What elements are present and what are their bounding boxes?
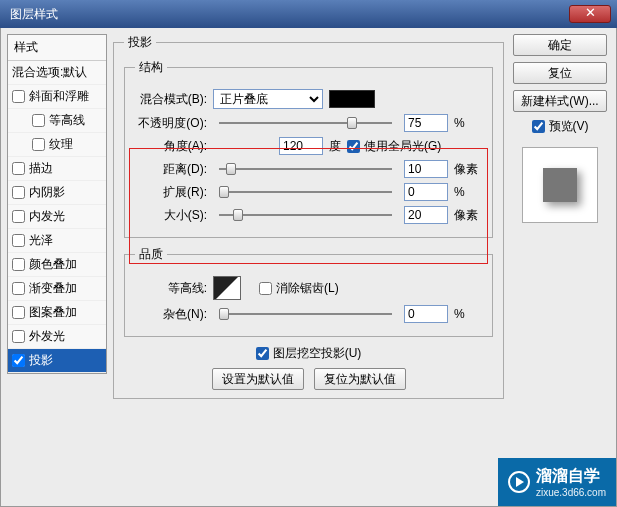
blend-mode-label: 混合模式(B): [135,91,207,108]
noise-row: 杂色(N): % [135,305,482,323]
blend-mode-select[interactable]: 正片叠底 [213,89,323,109]
style-item-11[interactable]: 投影 [8,349,106,373]
style-item-label: 渐变叠加 [29,280,77,297]
noise-label: 杂色(N): [135,306,207,323]
style-item-checkbox[interactable] [32,114,45,127]
style-item-label: 描边 [29,160,53,177]
knockout-input[interactable] [256,347,269,360]
shadow-color-swatch[interactable] [329,90,375,108]
style-item-checkbox[interactable] [12,258,25,271]
size-slider[interactable] [213,214,398,216]
style-item-checkbox[interactable] [12,210,25,223]
highlight-box [129,148,488,264]
blend-mode-row: 混合模式(B): 正片叠底 [135,89,482,109]
reset-default-button[interactable]: 复位为默认值 [314,368,406,390]
reset-button[interactable]: 复位 [513,62,607,84]
structure-legend: 结构 [135,59,167,76]
default-buttons-row: 设置为默认值 复位为默认值 [124,368,493,390]
section-fieldset: 投影 结构 混合模式(B): 正片叠底 不透明度(O): % [113,34,504,399]
style-item-label: 投影 [29,352,53,369]
watermark-text: 溜溜自学 zixue.3d66.com [536,466,606,498]
style-item-7[interactable]: 颜色叠加 [8,253,106,277]
watermark-brand: 溜溜自学 [536,466,606,487]
contour-row: 等高线: 消除锯齿(L) [135,276,482,300]
style-item-6[interactable]: 光泽 [8,229,106,253]
style-item-label: 斜面和浮雕 [29,88,89,105]
noise-slider[interactable] [213,313,398,315]
main-column: 投影 结构 混合模式(B): 正片叠底 不透明度(O): % [113,34,504,500]
blend-defaults-row[interactable]: 混合选项:默认 [8,61,106,85]
new-style-button[interactable]: 新建样式(W)... [513,90,607,112]
spread-slider[interactable] [213,191,398,193]
style-item-checkbox[interactable] [12,90,25,103]
style-item-label: 内发光 [29,208,65,225]
window-title: 图层样式 [6,6,569,23]
contour-label: 等高线: [135,280,207,297]
style-item-label: 颜色叠加 [29,256,77,273]
close-button[interactable]: ✕ [569,5,611,23]
right-column: 确定 复位 新建样式(W)... 预览(V) [510,34,610,500]
style-item-checkbox[interactable] [12,186,25,199]
watermark-url: zixue.3d66.com [536,487,606,498]
style-item-checkbox[interactable] [12,330,25,343]
style-item-checkbox[interactable] [12,354,25,367]
noise-input[interactable] [404,305,448,323]
style-item-label: 外发光 [29,328,65,345]
style-item-10[interactable]: 外发光 [8,325,106,349]
styles-column: 样式 混合选项:默认 斜面和浮雕等高线纹理描边内阴影内发光光泽颜色叠加渐变叠加图… [7,34,107,500]
opacity-slider[interactable] [213,122,398,124]
style-item-checkbox[interactable] [12,162,25,175]
style-item-0[interactable]: 斜面和浮雕 [8,85,106,109]
style-item-5[interactable]: 内发光 [8,205,106,229]
contour-picker[interactable] [213,276,241,300]
antialias-checkbox[interactable]: 消除锯齿(L) [259,280,339,297]
preview-label: 预览(V) [549,118,589,135]
set-default-button[interactable]: 设置为默认值 [212,368,304,390]
opacity-unit: % [454,116,482,130]
style-item-2[interactable]: 纹理 [8,133,106,157]
preview-box [522,147,598,223]
style-item-4[interactable]: 内阴影 [8,181,106,205]
ok-button[interactable]: 确定 [513,34,607,56]
structure-fieldset: 结构 混合模式(B): 正片叠底 不透明度(O): % [124,59,493,238]
section-legend: 投影 [124,34,156,51]
style-item-checkbox[interactable] [12,306,25,319]
knockout-row: 图层挖空投影(U) [124,345,493,362]
preview-checkbox[interactable]: 预览(V) [532,118,589,135]
antialias-input[interactable] [259,282,272,295]
preview-swatch [543,168,577,202]
style-item-label: 内阴影 [29,184,65,201]
watermark: 溜溜自学 zixue.3d66.com [498,458,616,506]
blend-defaults-label: 混合选项:默认 [12,64,87,81]
style-item-label: 纹理 [49,136,73,153]
opacity-input[interactable] [404,114,448,132]
distance-slider[interactable] [213,168,398,170]
styles-list: 样式 混合选项:默认 斜面和浮雕等高线纹理描边内阴影内发光光泽颜色叠加渐变叠加图… [7,34,107,374]
style-item-3[interactable]: 描边 [8,157,106,181]
dialog-content: 样式 混合选项:默认 斜面和浮雕等高线纹理描边内阴影内发光光泽颜色叠加渐变叠加图… [0,28,617,507]
antialias-label: 消除锯齿(L) [276,280,339,297]
preview-input[interactable] [532,120,545,133]
style-item-checkbox[interactable] [32,138,45,151]
watermark-logo-icon [508,471,530,493]
opacity-row: 不透明度(O): % [135,114,482,132]
knockout-checkbox[interactable]: 图层挖空投影(U) [256,345,362,362]
style-item-checkbox[interactable] [12,282,25,295]
noise-unit: % [454,307,482,321]
style-item-1[interactable]: 等高线 [8,109,106,133]
titlebar: 图层样式 ✕ [0,0,617,28]
style-item-8[interactable]: 渐变叠加 [8,277,106,301]
style-item-label: 等高线 [49,112,85,129]
opacity-label: 不透明度(O): [135,115,207,132]
styles-header: 样式 [8,35,106,61]
style-item-label: 光泽 [29,232,53,249]
knockout-label: 图层挖空投影(U) [273,345,362,362]
style-item-label: 图案叠加 [29,304,77,321]
style-item-checkbox[interactable] [12,234,25,247]
style-item-9[interactable]: 图案叠加 [8,301,106,325]
